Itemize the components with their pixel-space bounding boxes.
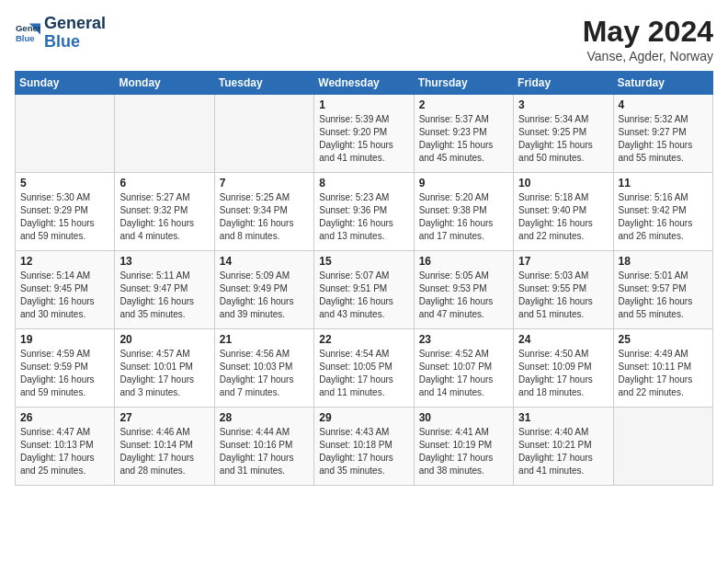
day-number: 22 <box>319 333 408 346</box>
day-number: 29 <box>319 411 408 424</box>
day-info: Sunrise: 5:18 AM Sunset: 9:40 PM Dayligh… <box>518 191 608 243</box>
title-block: May 2024 Vanse, Agder, Norway <box>583 15 713 63</box>
day-number: 27 <box>119 411 209 424</box>
weekday-header: Wednesday <box>314 72 414 95</box>
day-info: Sunrise: 5:03 AM Sunset: 9:55 PM Dayligh… <box>518 270 608 321</box>
calendar-cell: 28Sunrise: 4:44 AM Sunset: 10:16 PM Dayl… <box>214 408 313 486</box>
calendar-cell <box>115 95 214 173</box>
day-info: Sunrise: 5:11 AM Sunset: 9:47 PM Dayligh… <box>119 270 209 321</box>
weekday-header: Sunday <box>16 72 115 95</box>
logo-icon: General Blue <box>15 20 40 46</box>
calendar-week-row: 26Sunrise: 4:47 AM Sunset: 10:13 PM Dayl… <box>16 408 713 486</box>
weekday-header: Monday <box>115 72 214 95</box>
weekday-header: Tuesday <box>214 72 313 95</box>
calendar-cell: 20Sunrise: 4:57 AM Sunset: 10:01 PM Dayl… <box>115 329 214 408</box>
calendar-cell <box>214 95 313 173</box>
day-info: Sunrise: 5:39 AM Sunset: 9:20 PM Dayligh… <box>319 113 408 165</box>
day-info: Sunrise: 5:34 AM Sunset: 9:25 PM Dayligh… <box>518 113 608 165</box>
day-number: 1 <box>319 98 408 111</box>
day-info: Sunrise: 4:47 AM Sunset: 10:13 PM Daylig… <box>20 426 109 477</box>
day-number: 16 <box>419 255 508 268</box>
calendar-cell: 13Sunrise: 5:11 AM Sunset: 9:47 PM Dayli… <box>115 251 214 329</box>
day-number: 31 <box>518 411 608 424</box>
day-number: 17 <box>518 255 608 268</box>
weekday-header: Saturday <box>613 72 712 95</box>
day-info: Sunrise: 5:20 AM Sunset: 9:38 PM Dayligh… <box>419 191 508 243</box>
day-info: Sunrise: 4:57 AM Sunset: 10:01 PM Daylig… <box>119 348 209 399</box>
calendar-table: SundayMondayTuesdayWednesdayThursdayFrid… <box>15 71 713 486</box>
day-number: 10 <box>518 177 608 190</box>
calendar-cell: 12Sunrise: 5:14 AM Sunset: 9:45 PM Dayli… <box>16 251 115 329</box>
day-number: 28 <box>220 411 309 424</box>
weekday-header-row: SundayMondayTuesdayWednesdayThursdayFrid… <box>16 72 713 95</box>
day-number: 8 <box>319 177 408 190</box>
day-number: 20 <box>119 333 209 346</box>
calendar-cell: 3Sunrise: 5:34 AM Sunset: 9:25 PM Daylig… <box>514 95 613 173</box>
logo-text: General Blue <box>44 15 106 52</box>
calendar-cell: 16Sunrise: 5:05 AM Sunset: 9:53 PM Dayli… <box>414 251 513 329</box>
day-info: Sunrise: 4:43 AM Sunset: 10:18 PM Daylig… <box>319 426 408 477</box>
day-info: Sunrise: 5:09 AM Sunset: 9:49 PM Dayligh… <box>220 270 309 321</box>
calendar-week-row: 1Sunrise: 5:39 AM Sunset: 9:20 PM Daylig… <box>16 95 713 173</box>
calendar-cell: 19Sunrise: 4:59 AM Sunset: 9:59 PM Dayli… <box>16 329 115 408</box>
calendar-cell: 18Sunrise: 5:01 AM Sunset: 9:57 PM Dayli… <box>613 251 712 329</box>
calendar-cell: 4Sunrise: 5:32 AM Sunset: 9:27 PM Daylig… <box>613 95 712 173</box>
day-info: Sunrise: 4:56 AM Sunset: 10:03 PM Daylig… <box>220 348 309 399</box>
day-number: 2 <box>419 98 508 111</box>
calendar-cell <box>613 408 712 486</box>
calendar-cell: 25Sunrise: 4:49 AM Sunset: 10:11 PM Dayl… <box>613 329 712 408</box>
weekday-header: Thursday <box>414 72 513 95</box>
day-number: 14 <box>220 255 309 268</box>
day-number: 3 <box>518 98 608 111</box>
calendar-week-row: 12Sunrise: 5:14 AM Sunset: 9:45 PM Dayli… <box>16 251 713 329</box>
calendar-week-row: 19Sunrise: 4:59 AM Sunset: 9:59 PM Dayli… <box>16 329 713 408</box>
month-title: May 2024 <box>583 15 713 49</box>
calendar-cell: 7Sunrise: 5:25 AM Sunset: 9:34 PM Daylig… <box>214 173 313 251</box>
page-header: General Blue General Blue May 2024 Vanse… <box>15 15 713 63</box>
calendar-cell: 17Sunrise: 5:03 AM Sunset: 9:55 PM Dayli… <box>514 251 613 329</box>
day-number: 24 <box>518 333 608 346</box>
day-number: 6 <box>119 177 209 190</box>
calendar-cell: 21Sunrise: 4:56 AM Sunset: 10:03 PM Dayl… <box>214 329 313 408</box>
day-info: Sunrise: 4:44 AM Sunset: 10:16 PM Daylig… <box>220 426 309 477</box>
day-number: 4 <box>619 98 708 111</box>
day-info: Sunrise: 5:32 AM Sunset: 9:27 PM Dayligh… <box>619 113 708 165</box>
day-number: 21 <box>220 333 309 346</box>
location-subtitle: Vanse, Agder, Norway <box>583 49 713 63</box>
calendar-cell: 23Sunrise: 4:52 AM Sunset: 10:07 PM Dayl… <box>414 329 513 408</box>
calendar-cell: 26Sunrise: 4:47 AM Sunset: 10:13 PM Dayl… <box>16 408 115 486</box>
calendar-cell: 11Sunrise: 5:16 AM Sunset: 9:42 PM Dayli… <box>613 173 712 251</box>
day-number: 15 <box>319 255 408 268</box>
day-number: 7 <box>220 177 309 190</box>
day-info: Sunrise: 5:07 AM Sunset: 9:51 PM Dayligh… <box>319 270 408 321</box>
calendar-cell: 8Sunrise: 5:23 AM Sunset: 9:36 PM Daylig… <box>314 173 414 251</box>
day-number: 25 <box>619 333 708 346</box>
day-info: Sunrise: 4:54 AM Sunset: 10:05 PM Daylig… <box>319 348 408 399</box>
day-number: 9 <box>419 177 508 190</box>
calendar-cell: 9Sunrise: 5:20 AM Sunset: 9:38 PM Daylig… <box>414 173 513 251</box>
calendar-cell: 10Sunrise: 5:18 AM Sunset: 9:40 PM Dayli… <box>514 173 613 251</box>
logo: General Blue General Blue <box>15 15 106 52</box>
calendar-cell: 5Sunrise: 5:30 AM Sunset: 9:29 PM Daylig… <box>16 173 115 251</box>
day-info: Sunrise: 5:23 AM Sunset: 9:36 PM Dayligh… <box>319 191 408 243</box>
day-info: Sunrise: 4:52 AM Sunset: 10:07 PM Daylig… <box>419 348 508 399</box>
day-info: Sunrise: 4:40 AM Sunset: 10:21 PM Daylig… <box>518 426 608 477</box>
day-number: 30 <box>419 411 508 424</box>
calendar-cell: 22Sunrise: 4:54 AM Sunset: 10:05 PM Dayl… <box>314 329 414 408</box>
day-number: 18 <box>619 255 708 268</box>
calendar-cell: 30Sunrise: 4:41 AM Sunset: 10:19 PM Dayl… <box>414 408 513 486</box>
day-info: Sunrise: 5:05 AM Sunset: 9:53 PM Dayligh… <box>419 270 508 321</box>
day-info: Sunrise: 5:01 AM Sunset: 9:57 PM Dayligh… <box>619 270 708 321</box>
day-info: Sunrise: 5:27 AM Sunset: 9:32 PM Dayligh… <box>119 191 209 243</box>
day-number: 26 <box>20 411 109 424</box>
day-info: Sunrise: 5:30 AM Sunset: 9:29 PM Dayligh… <box>20 191 109 243</box>
day-info: Sunrise: 5:16 AM Sunset: 9:42 PM Dayligh… <box>619 191 708 243</box>
day-number: 13 <box>119 255 209 268</box>
day-info: Sunrise: 5:25 AM Sunset: 9:34 PM Dayligh… <box>220 191 309 243</box>
calendar-cell: 15Sunrise: 5:07 AM Sunset: 9:51 PM Dayli… <box>314 251 414 329</box>
calendar-cell: 1Sunrise: 5:39 AM Sunset: 9:20 PM Daylig… <box>314 95 414 173</box>
day-info: Sunrise: 4:59 AM Sunset: 9:59 PM Dayligh… <box>20 348 109 399</box>
day-info: Sunrise: 4:41 AM Sunset: 10:19 PM Daylig… <box>419 426 508 477</box>
calendar-cell: 24Sunrise: 4:50 AM Sunset: 10:09 PM Dayl… <box>514 329 613 408</box>
calendar-cell: 29Sunrise: 4:43 AM Sunset: 10:18 PM Dayl… <box>314 408 414 486</box>
